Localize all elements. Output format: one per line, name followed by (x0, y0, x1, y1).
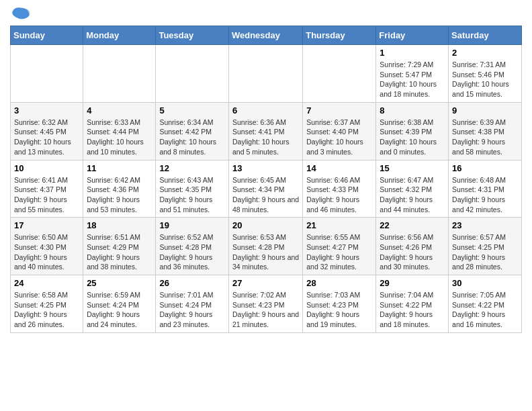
day-number: 14 (306, 163, 372, 173)
day-number: 16 (452, 163, 518, 173)
day-number: 22 (380, 220, 445, 230)
calendar-cell: 27Sunrise: 7:02 AM Sunset: 4:23 PM Dayli… (228, 275, 302, 333)
logo-icon (10, 7, 32, 20)
calendar-cell (303, 45, 376, 103)
calendar-cell: 26Sunrise: 7:01 AM Sunset: 4:24 PM Dayli… (156, 275, 229, 333)
day-info: Sunrise: 6:43 AM Sunset: 4:35 PM Dayligh… (159, 175, 225, 215)
day-info: Sunrise: 6:53 AM Sunset: 4:28 PM Dayligh… (232, 232, 299, 272)
day-info: Sunrise: 7:29 AM Sunset: 5:47 PM Dayligh… (380, 60, 445, 99)
day-number: 12 (159, 163, 225, 173)
calendar-cell: 20Sunrise: 6:53 AM Sunset: 4:28 PM Dayli… (228, 218, 302, 275)
day-info: Sunrise: 7:03 AM Sunset: 4:23 PM Dayligh… (306, 290, 372, 330)
calendar-cell: 8Sunrise: 6:38 AM Sunset: 4:39 PM Daylig… (376, 102, 449, 160)
day-number: 26 (159, 278, 225, 288)
day-info: Sunrise: 6:56 AM Sunset: 4:26 PM Dayligh… (380, 232, 445, 272)
calendar-week-row: 1Sunrise: 7:29 AM Sunset: 5:47 PM Daylig… (11, 45, 522, 103)
calendar-cell: 10Sunrise: 6:41 AM Sunset: 4:37 PM Dayli… (11, 160, 83, 218)
day-number: 6 (232, 105, 299, 116)
day-info: Sunrise: 6:41 AM Sunset: 4:37 PM Dayligh… (14, 175, 79, 215)
calendar-cell: 30Sunrise: 7:05 AM Sunset: 4:22 PM Dayli… (449, 275, 522, 333)
day-info: Sunrise: 6:36 AM Sunset: 4:41 PM Dayligh… (232, 118, 299, 157)
calendar-cell: 6Sunrise: 6:36 AM Sunset: 4:41 PM Daylig… (228, 102, 302, 160)
calendar-cell (83, 45, 156, 103)
calendar-cell: 1Sunrise: 7:29 AM Sunset: 5:47 PM Daylig… (376, 45, 449, 103)
calendar-cell: 14Sunrise: 6:46 AM Sunset: 4:33 PM Dayli… (303, 160, 376, 218)
day-info: Sunrise: 6:34 AM Sunset: 4:42 PM Dayligh… (159, 118, 225, 157)
calendar-cell (11, 45, 83, 103)
day-info: Sunrise: 6:52 AM Sunset: 4:28 PM Dayligh… (159, 232, 225, 272)
day-number: 25 (87, 278, 152, 288)
day-info: Sunrise: 7:01 AM Sunset: 4:24 PM Dayligh… (159, 290, 225, 330)
calendar-table: SundayMondayTuesdayWednesdayThursdayFrid… (10, 26, 522, 333)
day-info: Sunrise: 6:48 AM Sunset: 4:31 PM Dayligh… (452, 175, 518, 215)
calendar-cell: 25Sunrise: 6:59 AM Sunset: 4:24 PM Dayli… (83, 275, 156, 333)
calendar-week-row: 3Sunrise: 6:32 AM Sunset: 4:45 PM Daylig… (11, 102, 522, 160)
day-number: 2 (452, 48, 518, 58)
calendar-cell: 15Sunrise: 6:47 AM Sunset: 4:32 PM Dayli… (376, 160, 449, 218)
calendar-cell: 9Sunrise: 6:39 AM Sunset: 4:38 PM Daylig… (449, 102, 522, 160)
day-info: Sunrise: 6:33 AM Sunset: 4:44 PM Dayligh… (87, 118, 152, 157)
calendar-cell: 4Sunrise: 6:33 AM Sunset: 4:44 PM Daylig… (83, 102, 156, 160)
day-number: 18 (87, 220, 152, 230)
calendar-cell: 24Sunrise: 6:58 AM Sunset: 4:25 PM Dayli… (11, 275, 83, 333)
day-info: Sunrise: 6:38 AM Sunset: 4:39 PM Dayligh… (380, 118, 445, 157)
calendar-cell: 22Sunrise: 6:56 AM Sunset: 4:26 PM Dayli… (376, 218, 449, 275)
day-info: Sunrise: 6:32 AM Sunset: 4:45 PM Dayligh… (14, 118, 79, 157)
day-number: 28 (306, 278, 372, 288)
calendar-cell: 16Sunrise: 6:48 AM Sunset: 4:31 PM Dayli… (449, 160, 522, 218)
calendar-cell: 12Sunrise: 6:43 AM Sunset: 4:35 PM Dayli… (156, 160, 229, 218)
day-number: 1 (380, 48, 445, 58)
day-info: Sunrise: 7:05 AM Sunset: 4:22 PM Dayligh… (452, 290, 518, 330)
calendar-week-row: 24Sunrise: 6:58 AM Sunset: 4:25 PM Dayli… (11, 275, 522, 333)
day-info: Sunrise: 6:50 AM Sunset: 4:30 PM Dayligh… (14, 232, 79, 272)
calendar-cell: 2Sunrise: 7:31 AM Sunset: 5:46 PM Daylig… (449, 45, 522, 103)
day-number: 5 (159, 105, 225, 116)
day-number: 30 (452, 278, 518, 288)
calendar-cell: 5Sunrise: 6:34 AM Sunset: 4:42 PM Daylig… (156, 102, 229, 160)
page-header (10, 7, 522, 20)
calendar-cell: 21Sunrise: 6:55 AM Sunset: 4:27 PM Dayli… (303, 218, 376, 275)
day-number: 9 (452, 105, 518, 116)
day-number: 4 (87, 105, 152, 116)
calendar-header-tuesday: Tuesday (156, 26, 229, 45)
calendar-cell: 23Sunrise: 6:57 AM Sunset: 4:25 PM Dayli… (449, 218, 522, 275)
calendar-header-friday: Friday (376, 26, 449, 45)
day-info: Sunrise: 6:39 AM Sunset: 4:38 PM Dayligh… (452, 118, 518, 157)
day-number: 3 (14, 105, 79, 116)
logo (10, 7, 34, 20)
day-number: 13 (232, 163, 299, 173)
calendar-cell: 29Sunrise: 7:04 AM Sunset: 4:22 PM Dayli… (376, 275, 449, 333)
day-info: Sunrise: 6:55 AM Sunset: 4:27 PM Dayligh… (306, 232, 372, 272)
calendar-cell: 3Sunrise: 6:32 AM Sunset: 4:45 PM Daylig… (11, 102, 83, 160)
day-number: 21 (306, 220, 372, 230)
calendar-cell: 13Sunrise: 6:45 AM Sunset: 4:34 PM Dayli… (228, 160, 302, 218)
day-number: 15 (380, 163, 445, 173)
calendar-week-row: 17Sunrise: 6:50 AM Sunset: 4:30 PM Dayli… (11, 218, 522, 275)
day-info: Sunrise: 6:42 AM Sunset: 4:36 PM Dayligh… (87, 175, 152, 215)
day-number: 23 (452, 220, 518, 230)
day-number: 8 (380, 105, 445, 116)
day-number: 29 (380, 278, 445, 288)
calendar-header-wednesday: Wednesday (228, 26, 302, 45)
calendar-cell (228, 45, 302, 103)
calendar-week-row: 10Sunrise: 6:41 AM Sunset: 4:37 PM Dayli… (11, 160, 522, 218)
calendar-header-monday: Monday (83, 26, 156, 45)
day-number: 19 (159, 220, 225, 230)
calendar-cell: 17Sunrise: 6:50 AM Sunset: 4:30 PM Dayli… (11, 218, 83, 275)
calendar-cell: 19Sunrise: 6:52 AM Sunset: 4:28 PM Dayli… (156, 218, 229, 275)
day-number: 7 (306, 105, 372, 116)
calendar-cell: 7Sunrise: 6:37 AM Sunset: 4:40 PM Daylig… (303, 102, 376, 160)
day-info: Sunrise: 6:58 AM Sunset: 4:25 PM Dayligh… (14, 290, 79, 330)
day-info: Sunrise: 6:51 AM Sunset: 4:29 PM Dayligh… (87, 232, 152, 272)
calendar-header-sunday: Sunday (11, 26, 83, 45)
day-info: Sunrise: 6:46 AM Sunset: 4:33 PM Dayligh… (306, 175, 372, 215)
calendar-cell: 28Sunrise: 7:03 AM Sunset: 4:23 PM Dayli… (303, 275, 376, 333)
day-info: Sunrise: 6:37 AM Sunset: 4:40 PM Dayligh… (306, 118, 372, 157)
day-info: Sunrise: 6:57 AM Sunset: 4:25 PM Dayligh… (452, 232, 518, 272)
day-info: Sunrise: 6:45 AM Sunset: 4:34 PM Dayligh… (232, 175, 299, 215)
calendar-cell: 11Sunrise: 6:42 AM Sunset: 4:36 PM Dayli… (83, 160, 156, 218)
calendar-cell (156, 45, 229, 103)
day-number: 27 (232, 278, 299, 288)
day-number: 20 (232, 220, 299, 230)
day-number: 17 (14, 220, 79, 230)
